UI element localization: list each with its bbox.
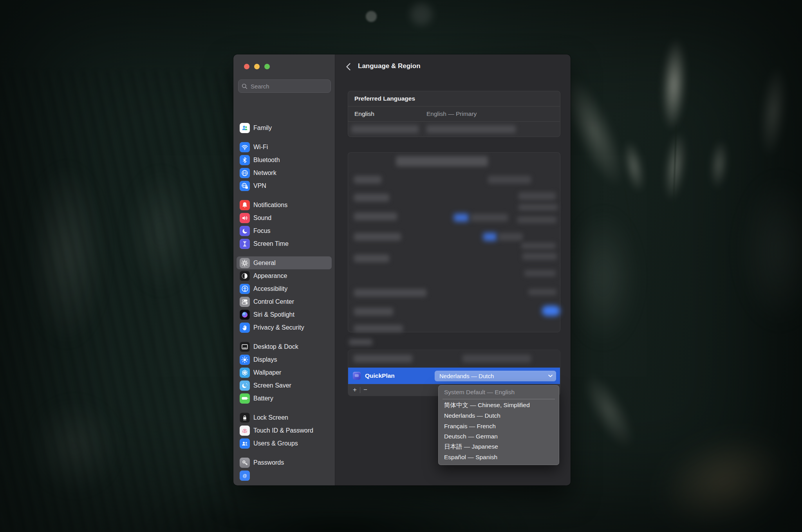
- siri-orb-icon: [240, 310, 250, 320]
- menu-item-japanese[interactable]: 日本語 — Japanese: [439, 442, 559, 453]
- chevron-down-icon: [548, 375, 553, 377]
- sidebar-item-touch-id[interactable]: Touch ID & Password: [237, 424, 332, 437]
- lock-icon: [240, 413, 250, 423]
- svg-text:@: @: [243, 473, 247, 478]
- toggles-icon: [240, 297, 250, 307]
- speaker-icon: [240, 213, 250, 223]
- sidebar-item-sound[interactable]: Sound: [237, 211, 332, 224]
- wifi-icon: [240, 142, 250, 152]
- sidebar-item-passwords[interactable]: Passwords: [237, 456, 332, 469]
- sidebar-item-internet-accounts[interactable]: @: [237, 469, 332, 482]
- menu-item-chinese-simplified[interactable]: 简体中文 — Chinese, Simplified: [439, 400, 559, 411]
- close-button[interactable]: [244, 64, 249, 69]
- app-row-quickplan[interactable]: QuickPlan Nederlands — Dutch: [348, 368, 560, 384]
- language-name: English: [354, 110, 426, 117]
- sidebar-item-control-center[interactable]: Control Center: [237, 295, 332, 308]
- sidebar-item-focus[interactable]: Focus: [237, 224, 332, 237]
- preferred-languages-group: Preferred Languages English English — Pr…: [348, 91, 560, 137]
- appearance-icon: [240, 271, 250, 281]
- minimize-button[interactable]: [254, 64, 260, 69]
- sidebar-item-screen-time[interactable]: Screen Time: [237, 237, 332, 250]
- sidebar-item-family[interactable]: Family: [237, 121, 332, 134]
- menu-item-german[interactable]: Deutsch — German: [439, 431, 559, 442]
- sidebar-item-users-groups[interactable]: Users & Groups: [237, 437, 332, 450]
- bluetooth-icon: [240, 155, 250, 165]
- add-app-button[interactable]: +: [350, 384, 360, 396]
- menu-item-spanish[interactable]: Español — Spanish: [439, 452, 559, 463]
- search-input[interactable]: [238, 79, 331, 93]
- sidebar-item-network[interactable]: Network: [237, 166, 332, 179]
- language-row-english[interactable]: English English — Primary: [348, 106, 560, 121]
- sidebar-item-wifi[interactable]: Wi-Fi: [237, 141, 332, 153]
- key-icon: [240, 458, 250, 468]
- moon-icon: [240, 226, 250, 236]
- preferred-languages-header: Preferred Languages: [354, 95, 415, 102]
- menu-separator: [443, 399, 555, 399]
- bell-icon: [240, 200, 250, 210]
- menu-item-system-default: System Default — English: [439, 387, 559, 398]
- hand-icon: [240, 323, 250, 333]
- flower-icon: [240, 368, 250, 378]
- page-title: Language & Region: [358, 62, 421, 70]
- language-status: English — Primary: [426, 110, 477, 117]
- quickplan-app-icon: [353, 372, 361, 380]
- sidebar-item-wallpaper[interactable]: Wallpaper: [237, 366, 332, 379]
- globe-lock-icon: [240, 181, 250, 191]
- quickplan-app-name: QuickPlan: [365, 372, 395, 379]
- sidebar-item-battery[interactable]: Battery: [237, 392, 332, 405]
- app-row-blurred: [348, 350, 560, 368]
- panel-header: Language & Region: [335, 54, 571, 79]
- globe-icon: [240, 168, 250, 178]
- sidebar-item-lock-screen[interactable]: Lock Screen: [237, 411, 332, 424]
- sidebar-item-bluetooth[interactable]: Bluetooth: [237, 153, 332, 166]
- menu-item-dutch[interactable]: Nederlands — Dutch: [439, 411, 559, 421]
- sidebar-item-appearance[interactable]: Appearance: [237, 269, 332, 282]
- crescent-stars-icon: [240, 381, 250, 391]
- fingerprint-icon: [240, 426, 250, 436]
- language-region-panel: Language & Region Preferred Languages En…: [335, 54, 571, 485]
- sidebar-item-privacy-security[interactable]: Privacy & Security: [237, 321, 332, 334]
- language-row-blurred: [348, 121, 560, 137]
- search-icon: [242, 83, 247, 89]
- sidebar-item-siri-spotlight[interactable]: Siri & Spotlight: [237, 308, 332, 321]
- family-icon: [240, 123, 250, 133]
- menu-item-french[interactable]: Français — French: [439, 421, 559, 432]
- two-users-icon: [240, 438, 250, 449]
- gear-icon: [240, 258, 250, 268]
- sidebar-item-notifications[interactable]: Notifications: [237, 198, 332, 211]
- accessibility-icon: [240, 284, 250, 294]
- battery-icon: [240, 393, 250, 404]
- remove-app-button[interactable]: −: [360, 384, 370, 396]
- selected-language-value: Nederlands — Dutch: [439, 373, 494, 379]
- system-settings-window: Family Wi-Fi Bluetooth: [233, 54, 571, 485]
- preferred-languages-header-row: Preferred Languages: [348, 91, 560, 106]
- sidebar-nav: Family Wi-Fi Bluetooth: [237, 121, 332, 485]
- hourglass-icon: [240, 239, 250, 249]
- sidebar-item-accessibility[interactable]: Accessibility: [237, 282, 332, 295]
- internet-accounts-icon: @: [240, 471, 250, 481]
- sidebar-item-vpn[interactable]: VPN: [237, 179, 332, 192]
- sidebar-item-desktop-dock[interactable]: Desktop & Dock: [237, 340, 332, 353]
- zoom-button[interactable]: [264, 64, 270, 69]
- language-menu: System Default — English 简体中文 — Chinese,…: [438, 385, 559, 465]
- sidebar-item-displays[interactable]: Displays: [237, 353, 332, 366]
- sidebar-item-screen-saver[interactable]: Screen Saver: [237, 379, 332, 392]
- sidebar: Family Wi-Fi Bluetooth: [233, 54, 335, 485]
- app-language-select[interactable]: Nederlands — Dutch: [435, 371, 556, 381]
- sidebar-item-general[interactable]: General: [237, 256, 332, 269]
- desktop-dock-icon: [240, 342, 250, 352]
- sun-icon: [240, 355, 250, 365]
- back-button[interactable]: [345, 63, 352, 70]
- window-controls: [244, 64, 270, 69]
